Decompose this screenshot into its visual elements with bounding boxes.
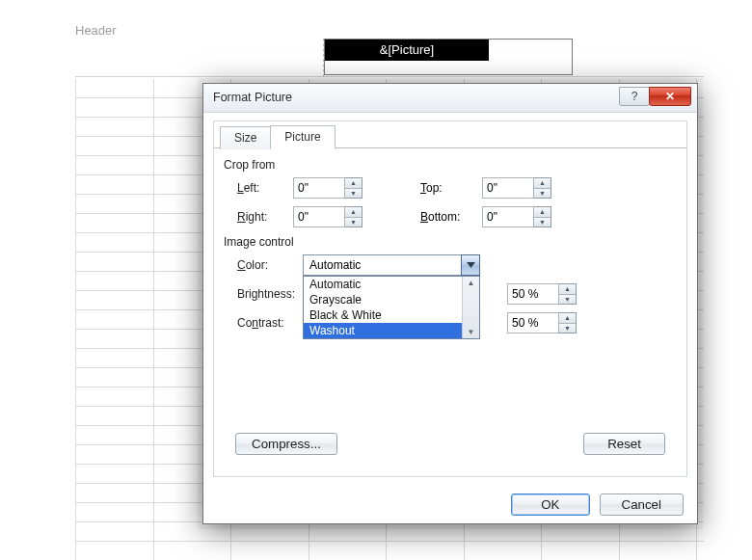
chevron-down-icon[interactable]: ▼ <box>559 294 576 305</box>
color-label: Color: <box>224 258 303 272</box>
tab-strip: Size Picture <box>220 125 335 148</box>
contrast-input[interactable] <box>507 312 559 333</box>
chevron-down-icon[interactable]: ▼ <box>534 188 551 199</box>
chevron-up-icon[interactable]: ▲ <box>559 313 576 323</box>
image-control-section: Image control <box>224 235 677 249</box>
crop-right-steppers[interactable]: ▲▼ <box>345 206 363 227</box>
crop-top-input[interactable] <box>482 177 534 199</box>
dialog-title: Format Picture <box>213 91 292 104</box>
compress-button[interactable]: Compress... <box>235 433 337 455</box>
contrast-spinner[interactable]: ▲▼ <box>507 312 577 333</box>
chevron-up-icon[interactable]: ▲ <box>559 284 576 294</box>
crop-bottom-spinner[interactable]: ▲▼ <box>482 206 551 227</box>
close-button[interactable]: ✕ <box>649 87 691 106</box>
chevron-up-icon[interactable]: ▲ <box>345 178 362 188</box>
crop-top-label: Top: <box>420 181 482 195</box>
color-option-black-white[interactable]: Black & White <box>304 307 479 323</box>
help-icon: ? <box>631 90 638 103</box>
dialog-footer: OK Cancel <box>203 485 697 523</box>
chevron-down-icon: ▼ <box>468 328 475 336</box>
crop-bottom-steppers[interactable]: ▲▼ <box>534 206 551 227</box>
header-cell-left[interactable] <box>75 39 324 77</box>
color-option-automatic[interactable]: Automatic <box>304 277 479 292</box>
chevron-up-icon: ▲ <box>468 279 475 287</box>
tab-size[interactable]: Size <box>220 126 271 149</box>
dialog-client-area: Size Picture Crop from Left: ▲▼ Top: ▲▼ <box>213 120 687 477</box>
help-button[interactable]: ? <box>619 87 650 106</box>
brightness-label: Brightness: <box>224 287 303 301</box>
chevron-down-icon[interactable]: ▼ <box>345 188 362 199</box>
header-band: &[Picture] <box>75 39 704 77</box>
chevron-down-icon[interactable]: ▼ <box>345 217 362 227</box>
tab-picture[interactable]: Picture <box>270 125 335 149</box>
ok-button[interactable]: OK <box>511 493 589 516</box>
color-dropdown-list[interactable]: Automatic Grayscale Black & White Washou… <box>303 276 480 339</box>
tab-size-label: Size <box>234 131 256 145</box>
crop-left-label: Left: <box>224 181 293 195</box>
contrast-steppers[interactable]: ▲▼ <box>559 312 577 333</box>
tab-picture-label: Picture <box>284 130 320 144</box>
dialog-titlebar[interactable]: Format Picture ? ✕ <box>203 84 697 113</box>
contrast-label: Contrast: <box>224 316 303 330</box>
crop-left-spinner[interactable]: ▲▼ <box>293 177 363 199</box>
color-combobox-button[interactable] <box>461 254 480 276</box>
crop-right-spinner[interactable]: ▲▼ <box>293 206 363 227</box>
header-section-label: Header <box>75 23 117 38</box>
ok-button-label: OK <box>527 497 573 512</box>
cancel-button-label: Cancel <box>616 497 668 512</box>
crop-left-steppers[interactable]: ▲▼ <box>345 177 363 199</box>
chevron-up-icon[interactable]: ▲ <box>534 207 551 217</box>
reset-button[interactable]: Reset <box>583 433 665 455</box>
brightness-steppers[interactable]: ▲▼ <box>559 283 577 305</box>
chevron-down-icon[interactable]: ▼ <box>559 323 576 333</box>
crop-top-steppers[interactable]: ▲▼ <box>534 177 551 199</box>
header-cell-center[interactable]: &[Picture] <box>324 39 573 75</box>
close-icon: ✕ <box>665 90 675 103</box>
brightness-input[interactable] <box>507 283 559 305</box>
crop-top-spinner[interactable]: ▲▼ <box>482 177 551 199</box>
crop-right-label: Right: <box>224 210 293 224</box>
chevron-down-icon[interactable]: ▼ <box>534 217 551 227</box>
crop-left-input[interactable] <box>293 177 345 199</box>
color-combobox-input[interactable] <box>303 254 461 276</box>
chevron-down-icon <box>467 262 475 268</box>
format-picture-dialog: Format Picture ? ✕ Size Picture Crop fro… <box>202 83 698 524</box>
crop-right-input[interactable] <box>293 206 345 227</box>
color-option-washout[interactable]: Washout <box>304 323 479 338</box>
reset-button-label: Reset <box>600 437 649 451</box>
cancel-button[interactable]: Cancel <box>600 493 685 516</box>
header-field-token: &[Picture] <box>325 40 489 61</box>
crop-from-section: Crop from <box>224 158 677 172</box>
brightness-spinner[interactable]: ▲▼ <box>507 283 577 305</box>
svg-marker-0 <box>467 262 475 268</box>
chevron-up-icon[interactable]: ▲ <box>534 178 551 188</box>
crop-bottom-input[interactable] <box>482 206 534 227</box>
color-combobox[interactable]: Automatic Grayscale Black & White Washou… <box>303 254 480 276</box>
chevron-up-icon[interactable]: ▲ <box>345 207 362 217</box>
color-option-grayscale[interactable]: Grayscale <box>304 292 479 307</box>
crop-bottom-label: Bottom: <box>420 210 482 224</box>
dropdown-scrollbar[interactable]: ▲ ▼ <box>462 277 479 338</box>
compress-button-label: Compress... <box>252 437 321 451</box>
tab-picture-body: Crop from Left: ▲▼ Top: ▲▼ Right: <box>224 156 677 467</box>
